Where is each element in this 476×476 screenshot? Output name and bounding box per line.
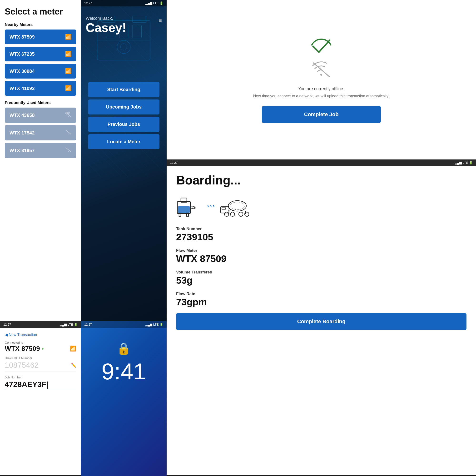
locate-meter-button[interactable]: Locate a Meter xyxy=(88,134,159,149)
wifi-off-icon xyxy=(65,147,71,154)
select-meter-title: Select a meter xyxy=(5,7,76,17)
meter-id: WTX 30984 xyxy=(10,68,35,74)
connection-dot: ● xyxy=(42,347,44,351)
tank-icon xyxy=(176,194,202,217)
meter-id: WTX 43658 xyxy=(10,113,35,118)
transaction-status-time: 12:27 xyxy=(3,323,11,326)
boarding-status-right: ▂▄▆ LTE 🔋 xyxy=(455,161,473,165)
boarding-body: Boarding... › xyxy=(167,166,476,475)
wifi-icon: 📶 xyxy=(65,68,71,74)
boarding-panel: 12:27 ▂▄▆ LTE 🔋 Boarding... xyxy=(167,159,476,476)
home-screen-panel: 12:27 ▂▄▆ LTE 🔋 ≡ Welcom Back, Casey! St… xyxy=(81,0,167,321)
svg-point-25 xyxy=(230,212,235,216)
frequent-meters-label: Frequently Used Meters xyxy=(5,101,76,105)
connected-meter-id: WTX 87509 xyxy=(5,345,40,353)
status-bar: 12:27 ▂▄▆ LTE 🔋 xyxy=(81,0,167,6)
check-icon-container xyxy=(309,37,333,57)
complete-boarding-button[interactable]: Complete Boarding xyxy=(176,313,466,330)
wifi-connected-icon: 📶 xyxy=(70,346,76,352)
svg-point-20 xyxy=(228,201,246,211)
svg-rect-15 xyxy=(178,206,190,213)
edit-driver-icon[interactable]: ✏️ xyxy=(71,363,76,368)
svg-line-2 xyxy=(66,148,71,152)
home-buttons: Start Boarding Upcoming Jobs Previous Jo… xyxy=(86,82,162,149)
meter-btn-wtx17542[interactable]: WTX 17542 xyxy=(5,125,76,140)
volume-label: Volume Transfered xyxy=(176,270,466,275)
transaction-panel: 12:27 ▂▄▆ LTE 🔋 ◀ New Transaction Connec… xyxy=(0,321,81,476)
home-content: ≡ Welcom Back, Casey! Start Boarding Upc… xyxy=(81,6,167,154)
svg-rect-29 xyxy=(222,207,225,210)
back-nav[interactable]: ◀ New Transaction xyxy=(5,333,76,337)
svg-line-1 xyxy=(66,130,71,134)
driver-dot-value: 10875462 ✏️ xyxy=(5,361,76,372)
lock-status-bar: 12:27 ▂▄▆ LTE 🔋 xyxy=(81,321,167,328)
meter-btn-wtx67235[interactable]: WTX 67235 📶 xyxy=(5,47,76,61)
welcome-text: Welcom Back, xyxy=(86,16,162,21)
volume-value: 53g xyxy=(176,275,466,286)
wifi-icon: 📶 xyxy=(65,34,71,40)
job-number-value[interactable]: 4728AEY3F| xyxy=(5,380,76,390)
connected-value: WTX 87509 ● 📶 xyxy=(5,345,76,353)
meter-id: WTX 67235 xyxy=(10,51,35,57)
upcoming-jobs-button[interactable]: Upcoming Jobs xyxy=(88,100,159,115)
offline-panel: You are currently offline. Next time you… xyxy=(167,0,476,159)
lock-screen-panel: 12:27 ▂▄▆ LTE 🔋 🔒 9:41 xyxy=(81,321,167,476)
checkmark-icon xyxy=(309,37,333,56)
flow-rate-value: 73gpm xyxy=(176,297,466,307)
offline-wifi-icon xyxy=(312,61,331,82)
transfer-arrows: › › › xyxy=(207,203,215,209)
transaction-body: ◀ New Transaction Connected to WTX 87509… xyxy=(0,328,81,475)
offline-text: You are currently offline. xyxy=(298,86,344,91)
svg-point-27 xyxy=(245,212,249,216)
user-name: Casey! xyxy=(86,21,162,34)
tank-number-label: Tank Number xyxy=(176,227,466,231)
menu-icon[interactable]: ≡ xyxy=(158,17,162,24)
wifi-off-icon xyxy=(65,130,71,136)
status-right: ▂▄▆ LTE 🔋 xyxy=(145,1,163,5)
svg-point-24 xyxy=(224,212,229,216)
previous-jobs-button[interactable]: Previous Jobs xyxy=(88,117,159,132)
transaction-status-bar: 12:27 ▂▄▆ LTE 🔋 xyxy=(0,321,81,328)
transaction-status-right: ▂▄▆ LTE 🔋 xyxy=(60,323,78,326)
connected-label: Connected to xyxy=(5,341,76,344)
truck-icon xyxy=(220,194,253,217)
svg-point-21 xyxy=(230,202,244,210)
meter-btn-wtx30984[interactable]: WTX 30984 📶 xyxy=(5,64,76,79)
meter-btn-wtx41092[interactable]: WTX 41092 📶 xyxy=(5,81,76,96)
meter-btn-wtx87509[interactable]: WTX 87509 📶 xyxy=(5,30,76,44)
flow-rate-label: Flow Rate xyxy=(176,291,466,296)
nearby-meters-label: Nearby Meters xyxy=(5,22,76,27)
flow-meter-value: WTX 87509 xyxy=(176,254,466,264)
meter-id: WTX 31957 xyxy=(10,148,35,153)
meter-id: WTX 87509 xyxy=(10,34,35,40)
boarding-status-time: 12:27 xyxy=(170,161,178,165)
complete-job-button[interactable]: Complete Job xyxy=(262,106,381,123)
wifi-icon: 📶 xyxy=(65,85,71,91)
boarding-title: Boarding... xyxy=(176,173,466,187)
tank-number-value: 2739105 xyxy=(176,232,466,242)
lock-status-time: 12:27 xyxy=(84,323,92,326)
start-boarding-button[interactable]: Start Boarding xyxy=(88,82,159,97)
driver-dot-label: Driver DOT Number xyxy=(5,356,76,360)
boarding-animation: › › › xyxy=(176,194,466,217)
meter-btn-wtx31957[interactable]: WTX 31957 xyxy=(5,143,76,158)
status-time: 12:27 xyxy=(84,1,92,5)
select-meter-panel: Select a meter Nearby Meters WTX 87509 📶… xyxy=(0,0,81,321)
wifi-off-icon xyxy=(65,112,71,119)
lock-icon: 🔒 xyxy=(117,342,131,355)
svg-point-26 xyxy=(239,212,243,216)
meter-id: WTX 17542 xyxy=(10,130,35,136)
lock-status-right: ▂▄▆ LTE 🔋 xyxy=(145,323,163,326)
lock-content: 🔒 9:41 xyxy=(81,328,167,383)
meter-btn-wtx43658[interactable]: WTX 43658 xyxy=(5,108,76,123)
lock-time: 9:41 xyxy=(102,360,146,383)
job-number-label: Job Number xyxy=(5,375,76,379)
meter-id: WTX 41092 xyxy=(10,86,35,91)
wifi-icon: 📶 xyxy=(65,51,71,57)
offline-subtext: Next time you connect to a network, we w… xyxy=(253,93,390,99)
boarding-status-bar: 12:27 ▂▄▆ LTE 🔋 xyxy=(167,159,476,166)
flow-meter-label: Flow Meter xyxy=(176,248,466,253)
